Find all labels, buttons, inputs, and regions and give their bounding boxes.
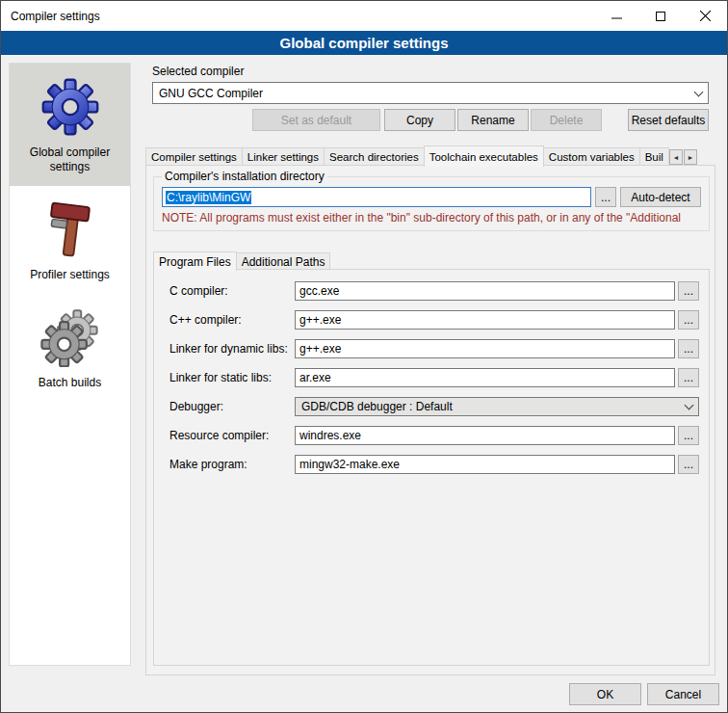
selected-compiler-dropdown[interactable]: GNU GCC Compiler — [152, 82, 709, 104]
tab-scroll-left-button[interactable]: ◄ — [669, 149, 683, 165]
dynamic-linker-browse-button[interactable]: ... — [678, 339, 699, 358]
minimize-icon — [611, 11, 622, 21]
static-linker-label: Linker for static libs: — [169, 371, 295, 384]
tab-toolchain-executables[interactable]: Toolchain executables — [424, 145, 544, 167]
c-compiler-input[interactable] — [295, 281, 675, 301]
debugger-row: Debugger: GDB/CDB debugger : Default — [169, 397, 699, 416]
window-title: Compiler settings — [1, 10, 100, 23]
sidebar-item-label: Profiler settings — [16, 268, 124, 282]
dialog-footer: OK Cancel — [569, 683, 719, 705]
resource-compiler-label: Resource compiler: — [169, 429, 295, 442]
sidebar-item-profiler-settings[interactable]: Profiler settings — [10, 186, 130, 294]
dynamic-linker-label: Linker for dynamic libs: — [169, 342, 295, 356]
dynamic-linker-row: Linker for dynamic libs: ... — [169, 339, 699, 358]
make-program-browse-button[interactable]: ... — [678, 455, 699, 474]
selected-compiler-label: Selected compiler — [152, 65, 244, 78]
selected-compiler-value: GNU GCC Compiler — [159, 87, 263, 100]
cpp-compiler-input[interactable] — [295, 310, 675, 330]
make-program-input[interactable] — [295, 455, 675, 474]
compiler-settings-dialog: Compiler settings Global compiler settin… — [0, 0, 728, 713]
profiler-hammer-icon — [40, 199, 100, 259]
auto-detect-button[interactable]: Auto-detect — [620, 187, 701, 207]
program-files-tabstrip: Program Files Additional Paths — [153, 251, 329, 270]
installation-directory-value: C:\raylib\MinGW — [166, 191, 251, 204]
debugger-dropdown[interactable]: GDB/CDB debugger : Default — [295, 397, 699, 416]
gray-gears-icon — [40, 307, 100, 367]
program-files-panel: C compiler: ... C++ compiler: ... Linker… — [153, 269, 710, 666]
sidebar-item-label: Batch builds — [16, 376, 124, 390]
dialog-header-title: Global compiler settings — [279, 35, 448, 51]
c-compiler-browse-button[interactable]: ... — [678, 281, 699, 301]
make-program-row: Make program: ... — [169, 455, 699, 474]
resource-compiler-row: Resource compiler: ... — [169, 426, 699, 445]
rename-button[interactable]: Rename — [457, 109, 529, 131]
sidebar-item-global-compiler-settings[interactable]: Global compiler settings — [10, 64, 130, 186]
copy-button[interactable]: Copy — [384, 109, 455, 131]
tab-build-options[interactable]: Buil — [639, 147, 669, 166]
dynamic-linker-input[interactable] — [295, 339, 675, 358]
chevron-down-icon — [694, 87, 704, 96]
settings-sidebar: Global compiler settings Profiler settin… — [9, 63, 131, 666]
delete-button[interactable]: Delete — [531, 109, 602, 131]
cpp-compiler-label: C++ compiler: — [169, 313, 295, 327]
set-as-default-button[interactable]: Set as default — [252, 109, 380, 131]
tab-compiler-settings[interactable]: Compiler settings — [145, 147, 243, 166]
cpp-compiler-row: C++ compiler: ... — [169, 310, 699, 330]
titlebar[interactable]: Compiler settings — [1, 1, 727, 31]
bin-subdirectory-note: NOTE: All programs must exist either in … — [162, 211, 701, 224]
tab-custom-variables[interactable]: Custom variables — [543, 147, 640, 166]
tab-search-directories[interactable]: Search directories — [324, 147, 425, 166]
maximize-button[interactable] — [638, 1, 683, 31]
tab-linker-settings[interactable]: Linker settings — [242, 147, 325, 166]
c-compiler-label: C compiler: — [169, 284, 295, 298]
cancel-button[interactable]: Cancel — [647, 683, 719, 705]
resource-compiler-browse-button[interactable]: ... — [678, 426, 699, 445]
settings-tabstrip: Compiler settings Linker settings Search… — [145, 145, 715, 166]
installation-directory-browse-button[interactable]: ... — [595, 187, 616, 207]
static-linker-row: Linker for static libs: ... — [169, 368, 699, 387]
sidebar-item-batch-builds[interactable]: Batch builds — [10, 294, 130, 402]
debugger-value: GDB/CDB debugger : Default — [301, 400, 453, 413]
compiler-actions: Set as default Copy Rename Delete Reset … — [152, 109, 709, 131]
subtab-program-files[interactable]: Program Files — [153, 251, 237, 271]
installation-directory-row: C:\raylib\MinGW ... Auto-detect — [162, 187, 701, 207]
static-linker-input[interactable] — [295, 368, 675, 387]
c-compiler-row: C compiler: ... — [169, 281, 699, 301]
make-program-label: Make program: — [169, 458, 295, 471]
minimize-button[interactable] — [594, 1, 638, 31]
resource-compiler-input[interactable] — [295, 426, 675, 445]
close-icon — [700, 11, 711, 21]
close-button[interactable] — [683, 1, 727, 31]
dialog-header: Global compiler settings — [1, 31, 727, 55]
toolchain-executables-panel: Compiler's installation directory C:\ray… — [145, 165, 715, 675]
installation-directory-group-title: Compiler's installation directory — [162, 170, 327, 183]
chevron-down-icon — [685, 401, 694, 410]
subtab-additional-paths[interactable]: Additional Paths — [236, 252, 331, 270]
ok-button[interactable]: OK — [569, 683, 641, 705]
blue-gear-icon — [40, 77, 100, 137]
cpp-compiler-browse-button[interactable]: ... — [678, 310, 699, 330]
static-linker-browse-button[interactable]: ... — [678, 368, 699, 387]
installation-directory-input[interactable]: C:\raylib\MinGW — [162, 187, 591, 207]
sidebar-item-label: Global compiler settings — [16, 145, 124, 174]
installation-directory-group: Compiler's installation directory C:\ray… — [153, 170, 710, 231]
window-controls — [594, 1, 727, 31]
tab-scroll-right-button[interactable]: ► — [684, 149, 697, 165]
reset-defaults-button[interactable]: Reset defaults — [628, 109, 709, 131]
debugger-label: Debugger: — [169, 400, 295, 413]
maximize-icon — [656, 12, 665, 21]
